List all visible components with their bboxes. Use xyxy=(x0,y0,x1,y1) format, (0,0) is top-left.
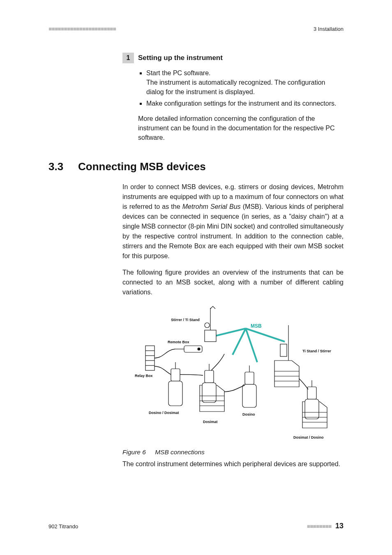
svg-rect-4 xyxy=(205,330,216,342)
step-body: Start the PC software. The instrument is… xyxy=(122,68,344,142)
section-heading: 3.3 Connecting MSB devices xyxy=(48,160,344,173)
section-title: Connecting MSB devices xyxy=(78,160,206,173)
step-bullets: Start the PC software. The instrument is… xyxy=(138,68,344,108)
fig-label: Relay Box xyxy=(135,374,153,378)
figure: MSB Stirrer / Ti Stand Remote Box xyxy=(122,305,344,444)
svg-rect-10 xyxy=(145,346,154,370)
step-bullet: Make configuration settings for the inst… xyxy=(146,99,344,108)
page-number: 13 xyxy=(335,522,344,530)
step-bullet: Start the PC software. The instrument is… xyxy=(146,68,344,97)
fig-label: Stirrer / Ti Stand xyxy=(171,318,200,322)
figure-caption: Figure 6 MSB connections xyxy=(122,449,344,456)
page: ■■■■■■■■■■■■■■■■■■■■■■ 3 Installation 1 … xyxy=(0,0,392,555)
fig-label: Dosimat xyxy=(203,420,218,424)
body-text: In order to connect MSB devices, e.g. st… xyxy=(122,182,344,297)
step-number: 1 xyxy=(122,53,134,63)
step-bullet-text: The instrument is automatically recogniz… xyxy=(146,79,325,95)
svg-rect-25 xyxy=(242,384,256,407)
fig-label: Remote Box xyxy=(168,340,189,344)
step-title: Setting up the instrument xyxy=(134,53,223,63)
svg-rect-19 xyxy=(202,383,216,402)
svg-rect-16 xyxy=(168,381,182,406)
term-italic: Metrohm Serial Bus xyxy=(182,203,241,210)
fig-label: Dosino / Dosimat xyxy=(149,411,179,415)
svg-line-1 xyxy=(233,328,246,355)
step-bullet-text: Make configuration settings for the inst… xyxy=(146,100,336,107)
step-note: More detailed information concerning the… xyxy=(138,114,344,143)
svg-rect-33 xyxy=(305,399,319,419)
step-heading: 1 Setting up the instrument xyxy=(122,53,344,63)
msb-label: MSB xyxy=(251,323,262,329)
svg-rect-28 xyxy=(280,344,287,356)
svg-point-8 xyxy=(198,348,200,350)
svg-point-6 xyxy=(205,323,210,328)
svg-rect-18 xyxy=(205,370,214,383)
step-bullet-text: Start the PC software. xyxy=(146,69,211,76)
fig-label: Dosimat / Dosino xyxy=(293,435,324,439)
paragraph: The following figure provides an overvie… xyxy=(122,268,344,297)
figure-label: Figure 6 xyxy=(122,449,146,456)
figure-caption-text: MSB connections xyxy=(155,449,205,456)
page-footer: 902 Titrando ■■■■■■■■ 13 xyxy=(48,522,344,530)
step-block: 1 Setting up the instrument Start the PC… xyxy=(122,53,344,142)
header-chapter: 3 Installation xyxy=(314,26,344,32)
svg-rect-32 xyxy=(307,387,316,399)
svg-line-2 xyxy=(246,328,257,362)
section-number: 3.3 xyxy=(48,160,78,173)
fig-label: Ti Stand / Stirrer xyxy=(302,349,331,353)
fig-label: Dosino xyxy=(242,412,255,416)
svg-line-3 xyxy=(246,328,285,342)
msb-diagram: MSB Stirrer / Ti Stand Remote Box xyxy=(122,305,344,444)
paragraph: In order to connect MSB devices, e.g. st… xyxy=(122,182,344,261)
text: (MSB). Various kinds of peripheral devic… xyxy=(122,203,344,259)
svg-rect-15 xyxy=(171,369,180,381)
paragraph: The control instrument determines which … xyxy=(122,459,344,469)
svg-rect-24 xyxy=(245,372,254,384)
footer-right: ■■■■■■■■ 13 xyxy=(307,522,344,530)
svg-line-0 xyxy=(212,328,246,337)
header-marks: ■■■■■■■■■■■■■■■■■■■■■■ xyxy=(48,25,116,32)
footer-product: 902 Titrando xyxy=(48,523,78,530)
page-header: ■■■■■■■■■■■■■■■■■■■■■■ 3 Installation xyxy=(48,25,344,35)
footer-marks: ■■■■■■■■ xyxy=(307,523,332,530)
